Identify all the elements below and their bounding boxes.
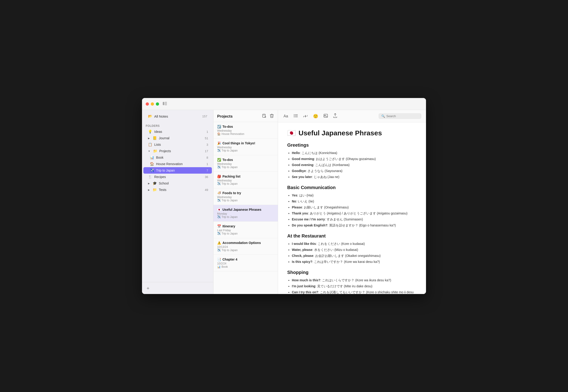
sidebar-item-trip-to-japan[interactable]: ✈️ Trip to Japan 7 xyxy=(143,167,212,174)
editor-content: 🇯🇵 Useful Japanese Phrases Greetings Hel… xyxy=(278,123,426,294)
note-emoji: 📑 xyxy=(217,258,221,261)
recipes-icon: 🍴 xyxy=(148,175,152,179)
document-title-text: Useful Japanese Phrases xyxy=(299,129,382,137)
all-notes-row[interactable]: 📂 All Notes 157 xyxy=(146,113,209,120)
list-format-button[interactable] xyxy=(293,113,299,119)
basic-comm-list: Yes: はい (Hai) No: いいえ (Iie) Please: お願いし… xyxy=(287,193,417,228)
note-list-items: ☑️ To-dos Wednesday 🏠 House Renovation 🎉 xyxy=(213,122,278,294)
list-item: Thank you: ありがとう (Arigatou) / ありがとうございます… xyxy=(292,211,417,216)
projects-count: 17 xyxy=(205,149,208,153)
sidebar-item-ideas[interactable]: 💡 Ideas 1 xyxy=(143,128,212,135)
trip-to-japan-count: 7 xyxy=(207,169,208,172)
house-icon: 🏠 xyxy=(150,162,154,166)
list-item: Can I try this on?: これを試着してもいいですか？ (Kore… xyxy=(292,290,417,294)
note-item-todos-house[interactable]: ☑️ To-dos Wednesday 🏠 House Renovation xyxy=(213,122,278,139)
sidebar-item-book[interactable]: 📊 Book 8 xyxy=(143,154,212,161)
sidebar-item-projects[interactable]: ▼ 📁 Projects 17 xyxy=(143,148,212,154)
add-note-button[interactable]: ＋ xyxy=(146,285,150,291)
add-icon: ＋ xyxy=(146,285,150,291)
note-item-chapter4[interactable]: 📑 Chapter 4 10/2/24 📊 Book xyxy=(213,255,278,271)
emoji-button[interactable]: 🙂 xyxy=(312,113,319,120)
list-item: See you later: じゃあね (Jaa ne) xyxy=(292,175,417,179)
list-item: Good evening: こんばんは (Konbanwa) xyxy=(292,163,417,168)
delete-note-button[interactable] xyxy=(269,113,274,119)
all-notes-count: 157 xyxy=(202,115,207,118)
note-item-todos-trip[interactable]: ✅ To-dos Wednesday ✈️ Trip to Japan xyxy=(213,155,278,172)
sidebar-item-lists[interactable]: 📋 Lists 3 xyxy=(143,141,212,148)
note-item-packing[interactable]: 🎒 Packing list Wednesday ✈️ Trip to Japa… xyxy=(213,172,278,188)
svg-rect-1 xyxy=(165,102,167,103)
format-text-button[interactable]: Aa xyxy=(283,113,289,119)
share-button[interactable] xyxy=(332,112,338,120)
document-title: 🇯🇵 Useful Japanese Phrases xyxy=(287,129,417,137)
folders-header: Folders xyxy=(142,123,213,128)
house-renovation-count: 1 xyxy=(207,162,208,166)
close-button[interactable] xyxy=(146,102,149,106)
note-item-cool-things[interactable]: 🎉 Cool things in Tokyo! Wednesday ✈️ Tri… xyxy=(213,139,278,155)
greetings-list: Hello: こんにちは (Konnichiwa) Good morning: … xyxy=(287,151,417,179)
svg-point-12 xyxy=(294,115,294,116)
list-item: Is this spicy?: これは辛いですか？ (Kore wa karai… xyxy=(292,259,417,264)
minimize-button[interactable] xyxy=(151,102,154,106)
school-icon: 🎓 xyxy=(152,181,157,185)
section-shopping: Shopping xyxy=(287,270,417,275)
note-list-panel: Projects xyxy=(213,110,278,294)
note-item-japanese-phrases[interactable]: 🇯🇵 Useful Japanese Phrases Monday ✈️ Tri… xyxy=(213,205,278,222)
tests-chevron: ▶ xyxy=(148,189,150,191)
list-item: No: いいえ (Iie) xyxy=(292,199,417,204)
image-button[interactable] xyxy=(323,113,329,119)
sidebar-item-tests[interactable]: ▶ 📁 Tests 49 xyxy=(143,187,212,193)
svg-point-14 xyxy=(294,116,294,117)
sidebar-item-recipes[interactable]: 🍴 Recipes 36 xyxy=(143,174,212,180)
list-item: I'm just looking: 見ているだけです (Mite iru dak… xyxy=(292,284,417,289)
link-button[interactable] xyxy=(303,113,308,119)
traffic-lights xyxy=(146,102,159,106)
folder-icon: ✈️ xyxy=(217,166,221,169)
note-item-accommodation[interactable]: ⚠️ Accommodation Options 10/13/24 ✈️ Tri… xyxy=(213,238,278,255)
restaurant-list: I would like this: これをください (Kore o kudas… xyxy=(287,241,417,264)
ideas-label: Ideas xyxy=(154,130,162,134)
list-item: Do you speak English?: 英語を話せますか？ (Eigo o… xyxy=(292,223,417,228)
lists-count: 3 xyxy=(207,143,208,146)
note-emoji: 📅 xyxy=(217,224,221,228)
list-item: Check, please: お会計お願いします (Okaikei onegai… xyxy=(292,253,417,258)
journal-count: 51 xyxy=(205,137,208,140)
sidebar-item-journal[interactable]: ▶ 📒 Journal 51 xyxy=(143,135,212,141)
sidebar-item-house-renovation[interactable]: 🏠 House Renovation 1 xyxy=(143,161,212,167)
folder-icon: ✈️ xyxy=(217,249,221,252)
book-label: Book xyxy=(156,156,164,159)
list-item: Excuse me / I'm sorry: すみません (Sumimasen) xyxy=(292,217,417,222)
school-label: School xyxy=(159,182,169,185)
note-item-itinerary[interactable]: 📅 Itinerary Last Friday ✈️ Trip to Japan xyxy=(213,222,278,238)
folder-icon: 📊 xyxy=(217,265,221,268)
list-item: Yes: はい (Hai) xyxy=(292,193,417,198)
main-content: 📂 All Notes 157 Folders 💡 Ideas 1 xyxy=(142,110,426,294)
trip-icon: ✈️ xyxy=(150,168,154,172)
journal-icon: 📒 xyxy=(152,136,157,140)
folder-icon: 🏠 xyxy=(217,132,221,136)
new-note-button[interactable] xyxy=(262,113,267,119)
sidebar-item-school[interactable]: ▶ 🎓 School xyxy=(143,180,212,187)
folder-icon: ✈️ xyxy=(217,215,221,219)
list-item: I would like this: これをください (Kore o kudas… xyxy=(292,241,417,246)
note-item-foods[interactable]: 🍜 Foods to try Wednesday ✈️ Trip to Japa… xyxy=(213,188,278,205)
note-emoji: 🎉 xyxy=(217,141,221,145)
shopping-list: How much is this?: これはいくらですか？ (Kore wa i… xyxy=(287,278,417,294)
journal-chevron: ▶ xyxy=(148,137,150,140)
sidebar-items: 💡 Ideas 1 ▶ 📒 Journal 51 📋 xyxy=(142,128,213,193)
sidebar-toggle-button[interactable] xyxy=(163,101,167,106)
ideas-count: 1 xyxy=(207,130,208,134)
folder-icon: ✈️ xyxy=(217,232,221,235)
journal-label: Journal xyxy=(159,136,169,140)
search-input[interactable] xyxy=(386,114,419,118)
tests-icon: 📁 xyxy=(152,188,157,192)
search-box: 🔍 xyxy=(378,113,421,119)
document-emoji: 🇯🇵 xyxy=(287,129,296,137)
maximize-button[interactable] xyxy=(156,102,159,106)
note-list-header: Projects xyxy=(213,110,278,122)
emoji-icon: 🙂 xyxy=(313,114,318,119)
editor-toolbar: Aa xyxy=(278,110,426,123)
tests-count: 49 xyxy=(205,188,208,192)
titlebar xyxy=(142,98,426,110)
svg-rect-2 xyxy=(165,103,167,104)
